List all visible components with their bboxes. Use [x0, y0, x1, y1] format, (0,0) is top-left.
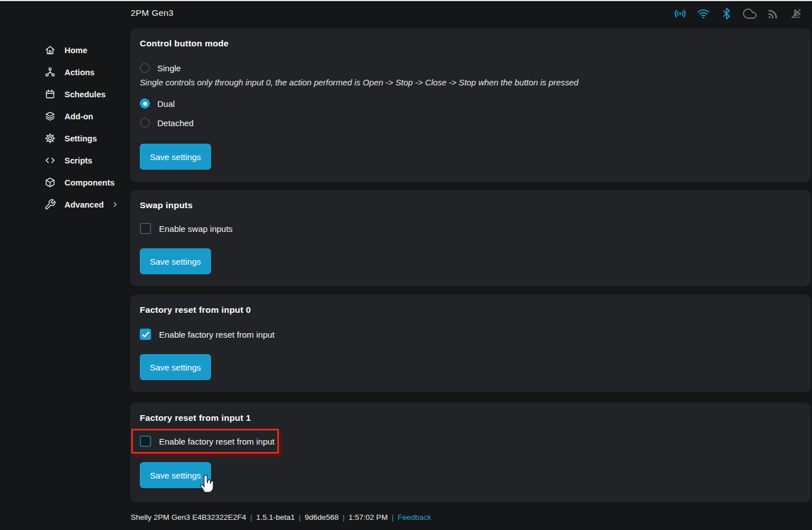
card-control-button-mode: Control button mode Single Single contro…	[130, 28, 811, 182]
sidebar-item-actions[interactable]: Actions	[0, 61, 130, 83]
section-title: Swap inputs	[140, 200, 801, 210]
swap-inputs-checkbox[interactable]	[140, 223, 151, 234]
footer-version: 1.5.1-beta1	[256, 513, 295, 522]
access-point-icon	[673, 7, 687, 20]
footer-separator: |	[343, 513, 345, 522]
sidebar-item-settings[interactable]: Settings	[0, 127, 130, 149]
code-icon	[44, 154, 56, 166]
card-factory-reset-input0: Factory reset from input 0 Enable factor…	[130, 295, 811, 392]
section-title: Factory reset from input 1	[140, 413, 801, 423]
radio-label: Single	[157, 63, 181, 73]
sidebar-item-advanced[interactable]: Advanced	[0, 193, 130, 216]
sidebar-label: Scripts	[65, 156, 92, 165]
checkbox-row-factory-reset-1: Enable factory reset from input	[140, 436, 274, 447]
calendar-icon	[44, 88, 56, 100]
radio-row-detached: Detached	[140, 118, 801, 128]
bluetooth-icon	[720, 7, 733, 20]
save-settings-button[interactable]: Save settings	[140, 248, 211, 274]
card-swap-inputs: Swap inputs Enable swap inputs Save sett…	[130, 190, 811, 286]
sidebar-label: Schedules	[65, 90, 106, 99]
radio-detached[interactable]	[140, 118, 150, 128]
footer-build: 9d6de568	[304, 513, 338, 522]
sidebar-item-scripts[interactable]: Scripts	[0, 149, 130, 171]
factory-reset-1-checkbox[interactable]	[140, 436, 151, 447]
radio-label: Dual	[157, 99, 175, 109]
footer-separator: |	[392, 513, 394, 522]
footer-device: Shelly 2PM Gen3 E4B32322E2F4	[131, 513, 246, 522]
actions-icon	[44, 66, 56, 78]
gear-icon	[44, 132, 56, 144]
checkbox-label: Enable factory reset from input	[159, 437, 274, 446]
hand-access-icon	[789, 7, 803, 20]
radio-row-dual: Dual	[140, 98, 801, 109]
footer-time: 1:57:02 PM	[349, 513, 388, 522]
sidebar-label: Settings	[65, 134, 97, 143]
radio-single[interactable]	[140, 63, 150, 73]
factory-reset-0-checkbox[interactable]	[140, 329, 151, 340]
radio-row-single: Single	[140, 63, 801, 73]
card-factory-reset-input1: Factory reset from input 1 Enable factor…	[130, 403, 811, 502]
sidebar-label: Home	[65, 46, 87, 55]
sidebar-label: Add-on	[65, 112, 93, 121]
section-title: Factory reset from input 0	[140, 305, 801, 315]
checkbox-label: Enable factory reset from input	[159, 330, 274, 339]
sidebar-item-add-on[interactable]: Add-on	[0, 105, 130, 127]
cube-icon	[44, 176, 56, 188]
checkbox-row-swap-inputs: Enable swap inputs	[140, 223, 801, 234]
footer-separator: |	[250, 513, 252, 522]
device-title: 2PM Gen3	[131, 8, 174, 18]
sidebar-label: Advanced	[65, 200, 104, 209]
sidebar-item-schedules[interactable]: Schedules	[0, 83, 130, 105]
footer-separator: |	[299, 513, 301, 522]
home-icon	[44, 44, 56, 56]
topbar: 2PM Gen3	[0, 1, 812, 27]
status-icons	[673, 7, 803, 20]
save-settings-button[interactable]: Save settings	[140, 144, 211, 170]
wrench-icon	[44, 199, 56, 210]
single-mode-hint: Single controls only through input 0, th…	[140, 77, 801, 88]
radio-label: Detached	[157, 118, 194, 128]
wifi-icon	[697, 7, 710, 20]
sidebar: Home Actions Schedules	[0, 27, 130, 530]
save-settings-button[interactable]: Save settings	[140, 462, 211, 488]
mqtt-icon	[766, 7, 780, 20]
footer: Shelly 2PM Gen3 E4B32322E2F4 | 1.5.1-bet…	[131, 512, 431, 522]
radio-dual[interactable]	[140, 98, 150, 109]
cloud-icon	[743, 7, 757, 20]
sidebar-item-home[interactable]: Home	[0, 39, 130, 61]
sidebar-label: Actions	[65, 68, 94, 77]
app-window: 2PM Gen3	[0, 0, 812, 530]
sidebar-label: Components	[65, 178, 115, 187]
feedback-link[interactable]: Feedback	[398, 513, 431, 522]
red-highlight-box: Enable factory reset from input	[131, 429, 279, 454]
sidebar-item-components[interactable]: Components	[0, 171, 130, 193]
chevron-right-icon	[111, 201, 119, 208]
checkbox-label: Enable swap inputs	[159, 224, 233, 234]
checkbox-row-factory-reset-0: Enable factory reset from input	[140, 329, 801, 340]
save-settings-button[interactable]: Save settings	[140, 354, 211, 380]
layers-icon	[44, 110, 56, 122]
section-title: Control button mode	[140, 38, 801, 49]
